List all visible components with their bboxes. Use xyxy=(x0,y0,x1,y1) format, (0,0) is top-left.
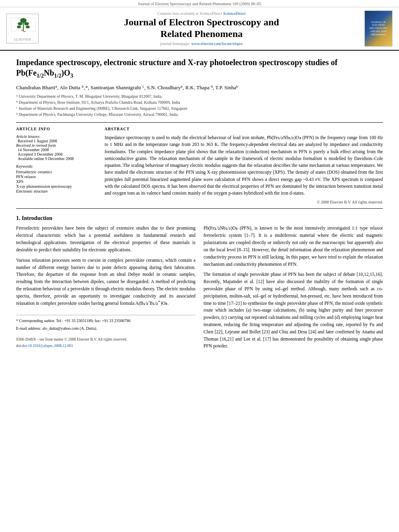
keyword-4: X-ray photoemission spectroscopy xyxy=(16,184,97,189)
homepage-label: journal homepage: xyxy=(160,41,190,46)
homepage-url-link[interactable]: www.elsevier.com/locate/elspec xyxy=(191,41,243,46)
article-info-panel: ARTICLE INFO Article history: Received 1… xyxy=(16,127,97,204)
body-col-right: Pb(Fe₁/₂Nb₁/₂)O₃ (PFN), is known to be t… xyxy=(204,225,383,353)
divider-top xyxy=(16,122,383,123)
affil-b: ᵇ Department of Physics, Bose Institute,… xyxy=(16,99,383,105)
title-nb-text: Nb xyxy=(44,68,54,77)
svg-point-3 xyxy=(18,22,23,25)
journal-title: Journal of Electron Spectroscopy and Rel… xyxy=(43,16,360,40)
main-content: Impedance spectroscopy, electronic struc… xyxy=(0,51,399,359)
keyword-3: XPS xyxy=(16,179,97,184)
journal-title-area: Contents lists available at ScienceDirec… xyxy=(43,11,360,46)
article-title: Impedance spectroscopy, electronic struc… xyxy=(16,57,383,80)
section1-heading: 1. Introduction xyxy=(16,215,383,222)
sciencedirect-line: Contents lists available at ScienceDirec… xyxy=(43,11,360,16)
journal-reference-bar: Journal of Electron Spectroscopy and Rel… xyxy=(0,0,399,7)
journal-footer: 0368-2048/$ – see front matter © 2008 El… xyxy=(16,337,195,349)
article-history: Article history: Received 1 August 2008 … xyxy=(16,134,97,161)
cover-text: JOURNAL OFELECTRONSPECTROSCOPYAND RELATE… xyxy=(368,20,389,37)
body-two-col: Ferroelectric perovskites have been the … xyxy=(16,225,383,353)
keyword-1: Ferroelectric ceramics xyxy=(16,170,97,174)
elsevier-logo: ELSEVIER xyxy=(6,14,39,43)
journal-homepage: journal homepage: www.elsevier.com/locat… xyxy=(43,41,360,46)
authors-line: Chandrahas Bhartiᵃ, Alo Dutta ᵇ,*, Santi… xyxy=(16,84,383,91)
abstract-title: ABSTRACT xyxy=(105,127,383,131)
body-col2-p1: Pb(Fe₁/₂Nb₁/₂)O₃ (PFN), is known to be t… xyxy=(204,225,383,268)
revised-date: 14 November 2008 xyxy=(18,148,97,152)
footnote-area: * Corresponding author. Tel.: +91 33 230… xyxy=(16,315,195,332)
body-section: 1. Introduction Ferroelectric perovskite… xyxy=(16,215,383,353)
elsevier-label: ELSEVIER xyxy=(9,37,36,41)
affil-a: ᵃ University Department of Physics, T. M… xyxy=(16,93,383,99)
keywords-section: Keywords: Ferroelectric ceramics PFN rel… xyxy=(16,164,97,193)
body-col1-p2: Various relaxation processes seem to coe… xyxy=(16,257,195,307)
received-date: Received 1 August 2008 xyxy=(18,139,97,143)
journal-header: ELSEVIER Contents lists available at Sci… xyxy=(0,7,399,51)
title-close: )O xyxy=(61,68,70,77)
footnote-corresponding: * Corresponding author. Tel.: +91 33 230… xyxy=(16,318,195,324)
title-sub3: 3 xyxy=(70,73,73,79)
keyword-2: PFN relaxor xyxy=(16,175,97,179)
sciencedirect-text: Contents lists available at ScienceDirec… xyxy=(157,11,222,16)
revised-label: Received in revised form xyxy=(16,143,97,148)
svg-point-2 xyxy=(20,18,27,23)
history-label: Article history: xyxy=(16,134,97,139)
journal-title-line2: Related Phenomena xyxy=(160,29,243,39)
keywords-label: Keywords: xyxy=(16,164,97,168)
accepted-date: Accepted 3 December 2008 xyxy=(18,152,97,156)
divider-bottom xyxy=(16,208,383,209)
sciencedirect-link[interactable]: ScienceDirect xyxy=(223,11,246,16)
copyright-line: © 2008 Elsevier B.V. All rights reserved… xyxy=(105,200,383,204)
title-sub2: 1/2 xyxy=(54,73,62,79)
keyword-5: Electronic structure xyxy=(16,189,97,193)
topbar-text: Journal of Electron Spectroscopy and Rel… xyxy=(138,2,261,6)
info-abstract-section: ARTICLE INFO Article history: Received 1… xyxy=(16,127,383,204)
elsevier-logo-svg xyxy=(9,16,37,36)
footer-doi: doi:doi:10.1016/j.elspec.2008.12.001 xyxy=(16,343,195,349)
svg-point-5 xyxy=(17,26,21,29)
journal-title-line1: Journal of Electron Spectroscopy and xyxy=(124,17,279,27)
footnote-email: E-mail address: alo_dutta@yahoo.com (A. … xyxy=(16,325,195,332)
authors-text: Chandrahas Bhartiᵃ, Alo Dutta ᵇ,*, Santi… xyxy=(16,84,239,90)
svg-point-4 xyxy=(24,22,29,25)
journal-cover-image: JOURNAL OFELECTRONSPECTROSCOPYAND RELATE… xyxy=(364,10,393,47)
abstract-section: ABSTRACT Impedance spectroscopy is used … xyxy=(105,127,383,204)
footer-issn: 0368-2048/$ – see front matter © 2008 El… xyxy=(16,337,195,343)
affil-c: ᶜ Institute of Materials Research and En… xyxy=(16,105,383,111)
body-col-left: Ferroelectric perovskites have been the … xyxy=(16,225,195,353)
abstract-text: Impedance spectroscopy is used to study … xyxy=(105,134,383,197)
title-sub1: 1/2 xyxy=(37,73,44,79)
svg-point-6 xyxy=(26,26,30,29)
online-date: Available online 9 December 2008 xyxy=(18,156,97,161)
doi-link[interactable]: doi:10.1016/j.elspec.2008.12.001 xyxy=(22,344,73,348)
doi-label: doi: xyxy=(16,344,22,348)
article-info-title: ARTICLE INFO xyxy=(16,127,97,131)
body-col2-p2: The formation of single perovskite phase… xyxy=(204,271,383,350)
affiliations: ᵃ University Department of Physics, T. M… xyxy=(16,93,383,117)
body-col1-p1: Ferroelectric perovskites have been the … xyxy=(16,225,195,253)
affil-d: ᵈ Department of Physics, Pachhunga Unive… xyxy=(16,111,383,117)
